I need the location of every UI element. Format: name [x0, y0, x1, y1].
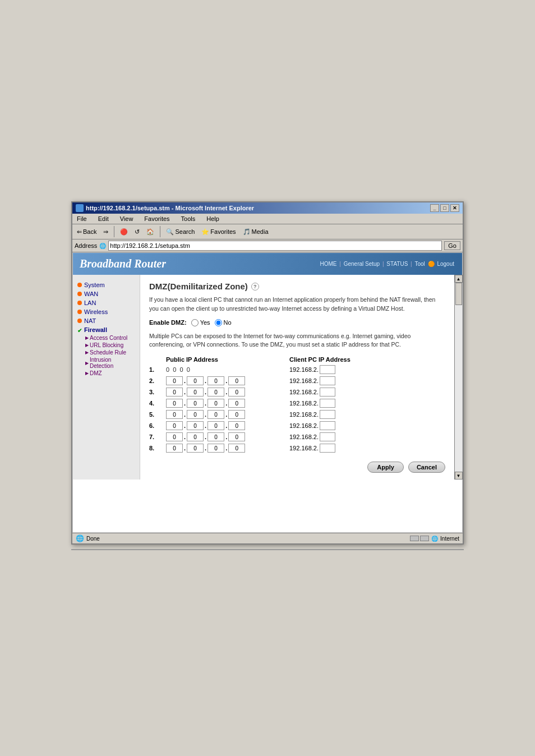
sidebar-item-nat[interactable]: NAT	[77, 316, 135, 325]
sidebar-item-intrusion-detection[interactable]: ▶ Intrusion Detection	[85, 356, 135, 370]
scrollbar[interactable]: ▲ ▼	[454, 275, 462, 480]
menu-view[interactable]: View	[118, 215, 136, 223]
row-7-o4[interactable]	[228, 432, 245, 441]
scroll-thumb[interactable]	[455, 283, 462, 305]
row-8-o1[interactable]	[166, 444, 183, 453]
row-2-o3[interactable]	[207, 376, 224, 385]
refresh-button[interactable]: ↺	[132, 227, 142, 237]
sidebar-label-wan: WAN	[84, 291, 98, 297]
back-button[interactable]: ⇐ Back	[75, 227, 99, 237]
row-7-o3[interactable]	[207, 432, 224, 441]
nav-logout[interactable]: Logout	[437, 261, 454, 267]
scroll-down-arrow[interactable]: ▼	[455, 472, 463, 480]
row-2-prefix: 192.168.2.	[289, 377, 319, 384]
row-3-o3[interactable]	[207, 388, 224, 397]
menu-file[interactable]: File	[75, 215, 89, 223]
row-3-o1[interactable]	[166, 388, 183, 397]
nav-home[interactable]: HOME	[320, 261, 337, 267]
enable-dmz-row: Enable DMZ: Yes No	[149, 319, 445, 326]
cancel-button[interactable]: Cancel	[408, 462, 445, 473]
row-8-o3[interactable]	[207, 444, 224, 453]
row-3-public: . . .	[166, 388, 289, 397]
row-4-o3[interactable]	[207, 399, 224, 408]
row-3-o4[interactable]	[228, 388, 245, 397]
maximize-button[interactable]: □	[440, 204, 449, 212]
sidebar-item-firewall[interactable]: ✔ Firewall	[77, 325, 135, 334]
radio-yes-label[interactable]: Yes	[191, 319, 210, 326]
router-nav: HOME | General Setup | STATUS | Tool 🟠 L…	[319, 261, 456, 267]
row-4-o2[interactable]	[187, 399, 204, 408]
apply-button[interactable]: Apply	[367, 462, 404, 473]
media-button[interactable]: 🎵 Media	[241, 227, 271, 237]
row-7-prefix: 192.168.2.	[289, 434, 319, 440]
row-2-o1[interactable]	[166, 376, 183, 385]
enable-dmz-label: Enable DMZ:	[149, 319, 187, 326]
row-5-client-input[interactable]	[320, 410, 335, 419]
row-5-o4[interactable]	[228, 410, 245, 419]
radio-no-input[interactable]	[215, 319, 222, 326]
wireless-bullet	[77, 310, 82, 314]
sidebar-label-dmz: DMZ	[90, 370, 102, 376]
sidebar-label-nat: NAT	[84, 317, 96, 324]
address-input[interactable]	[108, 241, 442, 251]
minimize-button[interactable]: _	[430, 204, 439, 212]
table-row: 3. . . .	[149, 388, 445, 397]
row-4-o1[interactable]	[166, 399, 183, 408]
sidebar-item-dmz[interactable]: ▶ DMZ	[85, 370, 135, 377]
status-globe-icon: 🌐	[76, 534, 84, 542]
scroll-up-arrow[interactable]: ▲	[455, 275, 463, 283]
row-2-o4[interactable]	[228, 376, 245, 385]
radio-yes-input[interactable]	[191, 319, 199, 326]
row-5-o1[interactable]	[166, 410, 183, 419]
close-button[interactable]: ✕	[450, 204, 459, 212]
favorites-button[interactable]: ⭐ Favorites	[199, 227, 238, 237]
row-6-prefix: 192.168.2.	[289, 422, 319, 429]
home-icon: 🏠	[146, 228, 154, 236]
sidebar-item-schedule-rule[interactable]: ▶ Schedule Rule	[85, 349, 135, 356]
menu-edit[interactable]: Edit	[96, 215, 111, 223]
row-5-o3[interactable]	[207, 410, 224, 419]
row-6-o3[interactable]	[207, 421, 224, 430]
sidebar-item-system[interactable]: System	[77, 280, 135, 289]
sidebar-label-wireless: Wireless	[84, 308, 108, 315]
nav-tool[interactable]: Tool	[414, 261, 425, 267]
sidebar-item-wireless[interactable]: Wireless	[77, 307, 135, 316]
menu-help[interactable]: Help	[204, 215, 222, 223]
row-8-o2[interactable]	[187, 444, 204, 453]
menu-tools[interactable]: Tools	[179, 215, 198, 223]
row-7-o1[interactable]	[166, 432, 183, 441]
row-1-static: 0 0 0 0	[166, 366, 190, 373]
row-8-o4[interactable]	[228, 444, 245, 453]
stop-button[interactable]: 🔴	[118, 227, 130, 237]
radio-no-label[interactable]: No	[215, 319, 232, 326]
row-4-o4[interactable]	[228, 399, 245, 408]
sidebar-item-lan[interactable]: LAN	[77, 298, 135, 307]
row-6-o2[interactable]	[187, 421, 204, 430]
content-area: DMZ(Demilitarized Zone) ? If you have a …	[140, 275, 462, 480]
row-8-client-input[interactable]	[320, 444, 335, 453]
row-7-o2[interactable]	[187, 432, 204, 441]
search-button[interactable]: 🔍 Search	[164, 227, 197, 237]
sidebar-item-wan[interactable]: WAN	[77, 289, 135, 298]
row-1-client-input[interactable]	[320, 365, 335, 374]
sidebar-item-access-control[interactable]: ▶ Access Control	[85, 334, 135, 342]
row-6-o1[interactable]	[166, 421, 183, 430]
row-5-o2[interactable]	[187, 410, 204, 419]
nav-status[interactable]: STATUS	[386, 261, 408, 267]
row-6-client-input[interactable]	[320, 421, 335, 430]
forward-button[interactable]: ⇒	[101, 227, 110, 237]
home-button[interactable]: 🏠	[144, 227, 156, 237]
row-4-client-input[interactable]	[320, 399, 335, 408]
row-3-o2[interactable]	[187, 388, 204, 397]
sidebar-item-url-blocking[interactable]: ▶ URL Blocking	[85, 342, 135, 349]
row-3-client-input[interactable]	[320, 388, 335, 397]
row-7-client-input[interactable]	[320, 432, 335, 441]
row-6-o4[interactable]	[228, 421, 245, 430]
help-icon[interactable]: ?	[251, 283, 259, 291]
nav-general-setup[interactable]: General Setup	[344, 261, 380, 267]
row-2-o2[interactable]	[187, 376, 204, 385]
menu-bar: File Edit View Favorites Tools Help	[72, 214, 463, 224]
go-button[interactable]: Go	[444, 241, 460, 250]
menu-favorites[interactable]: Favorites	[142, 215, 172, 223]
row-2-client-input[interactable]	[320, 376, 335, 385]
